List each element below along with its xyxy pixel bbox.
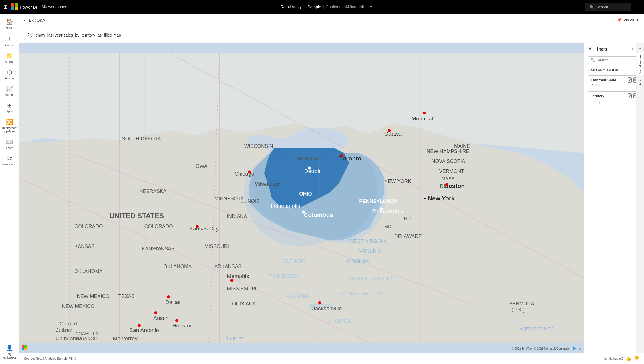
sidebar-item-deployment[interactable]: 🔀 Deployment pipelines <box>0 116 19 136</box>
create-icon: ＋ <box>7 35 13 43</box>
sidebar-item-metrics[interactable]: 📈 Metrics <box>0 83 19 99</box>
svg-text:San Antonio: San Antonio <box>129 327 159 333</box>
title-chevron-icon[interactable]: ▾ <box>370 5 372 9</box>
svg-point-92 <box>167 295 170 299</box>
svg-point-28 <box>423 112 426 115</box>
sidebar-item-apps[interactable]: ⊞ Apps <box>0 100 19 116</box>
svg-text:OHIO: OHIO <box>299 191 312 197</box>
sidebar-item-my-workspace[interactable]: 👤 My workspace <box>0 342 19 362</box>
svg-rect-117 <box>22 348 24 350</box>
svg-rect-0 <box>11 3 14 7</box>
qa-input-box[interactable]: 💬 show last year sales by territory as f… <box>24 30 639 40</box>
bing-logo-icon <box>22 345 33 350</box>
sidebar-label-home: Home <box>6 26 13 30</box>
qa-query-by: by <box>75 33 79 37</box>
sidebar-label-workspaces: Workspaces <box>2 163 17 166</box>
svg-point-98 <box>175 319 178 322</box>
qa-query-term2: territory <box>82 33 95 37</box>
svg-text:R.I.: R.I. <box>440 184 447 189</box>
sidebar-item-browse[interactable]: 📁 Browse <box>0 50 19 66</box>
svg-text:NEBRASKA: NEBRASKA <box>139 188 167 194</box>
svg-text:KANSAS: KANSAS <box>154 246 175 252</box>
pin-visual-button[interactable]: 📌 Pin visual <box>617 18 639 22</box>
exit-qa-label: Exit Q&A <box>29 18 45 23</box>
svg-text:WEST VIRGINIA: WEST VIRGINIA <box>349 238 387 244</box>
svg-rect-115 <box>22 345 24 348</box>
sidebar-item-create[interactable]: ＋ Create <box>0 33 19 49</box>
svg-text:IOWA: IOWA <box>194 163 208 169</box>
svg-text:KENTUCKY: KENTUCKY <box>279 258 307 264</box>
report-title: Retail Analysis Sample <box>281 5 321 9</box>
svg-text:INDIANA: INDIANA <box>227 214 247 219</box>
filters-title: Filters <box>595 47 630 51</box>
svg-text:MISSOURI: MISSOURI <box>204 244 229 249</box>
svg-text:ALABAMA: ALABAMA <box>287 293 310 299</box>
sidebar-item-datahub[interactable]: ⬡ Data hub <box>0 67 19 83</box>
svg-text:Houston: Houston <box>172 323 193 329</box>
svg-text:FLORIDA: FLORIDA <box>329 318 351 324</box>
filter-chevron-button-1[interactable]: ∨ <box>628 77 632 83</box>
svg-text:LOUISIANA: LOUISIANA <box>229 301 256 307</box>
bottom-bar: Source: Retail Analysis Sample PBIX Is t… <box>19 353 644 364</box>
map-attribution: © 2022 TomTom, © 2023 Microsoft Corporat… <box>512 347 581 350</box>
pin-visual-label: Pin visual <box>623 18 639 22</box>
svg-text:Monterrey: Monterrey <box>113 335 138 341</box>
svg-text:Memphis: Memphis <box>227 273 249 279</box>
svg-text:(U.K.): (U.K.) <box>512 307 525 313</box>
svg-text:• New York: • New York <box>424 195 455 202</box>
home-icon: 🏠 <box>6 18 13 25</box>
workspaces-icon: 🗂 <box>7 155 13 162</box>
map-logo <box>22 345 33 350</box>
thumbs-down-button[interactable]: 👎 <box>634 356 639 361</box>
sidebar-item-workspaces[interactable]: 🗂 Workspaces <box>0 153 19 168</box>
svg-text:UNITED STATES: UNITED STATES <box>109 212 164 220</box>
sidebar-item-home[interactable]: 🏠 Home <box>0 16 19 32</box>
qa-bubble-icon: 💬 <box>28 32 33 38</box>
sidebar-item-learn[interactable]: 📖 Learn <box>0 136 19 152</box>
workspace-label[interactable]: My workspace <box>42 5 67 9</box>
map-svg: Montreal Ottawa NOVA SCOTIA MAINE NEW HA… <box>19 43 584 353</box>
sidebar-label-metrics: Metrics <box>5 93 14 97</box>
sidebar-label-browse: Browse <box>5 60 14 64</box>
svg-text:OKLAHOMA: OKLAHOMA <box>163 264 192 269</box>
filters-panel: ▼ Filters › « » 🔍 Filters on this visual <box>584 43 644 353</box>
svg-text:Sargasso Sea: Sargasso Sea <box>519 325 554 331</box>
search-label: Search <box>596 5 608 9</box>
svg-text:Jacksonville: Jacksonville <box>312 305 342 311</box>
grid-icon[interactable]: ⊞ <box>3 4 8 10</box>
collapse-panel-button[interactable]: « <box>638 45 642 51</box>
search-icon: 🔍 <box>589 5 594 9</box>
more-options-icon[interactable]: ⋯ <box>635 4 641 10</box>
svg-text:VERMONT: VERMONT <box>439 168 464 174</box>
map-terms-link[interactable]: Terms <box>573 347 581 350</box>
learn-icon: 📖 <box>6 138 13 145</box>
filter-icon: ▼ <box>588 46 592 51</box>
datahub-icon: ⬡ <box>7 69 12 76</box>
tab-visualizations[interactable]: Visualizations <box>637 52 643 76</box>
svg-text:Montreal: Montreal <box>412 116 433 122</box>
map-container[interactable]: Montreal Ottawa NOVA SCOTIA MAINE NEW HA… <box>19 43 584 353</box>
metrics-icon: 📈 <box>6 85 13 92</box>
filter-chevron-button-2[interactable]: ∨ <box>628 93 632 98</box>
thumbs-up-button[interactable]: 👍 <box>626 356 631 361</box>
svg-text:Gulf of: Gulf of <box>227 335 243 341</box>
svg-text:NEW MEXICO: NEW MEXICO <box>77 293 110 299</box>
svg-point-62 <box>380 208 383 211</box>
sidebar: 🏠 Home ＋ Create 📁 Browse ⬡ Data hub 📈 Me… <box>0 14 19 364</box>
filters-expand-button[interactable]: › <box>632 47 633 51</box>
tab-data[interactable]: Data <box>637 77 643 89</box>
svg-text:Columbus: Columbus <box>304 212 333 218</box>
qa-query-as: as <box>97 33 102 37</box>
source-label: Source: Retail Analysis Sample PBIX <box>24 357 76 360</box>
back-button[interactable]: ‹ <box>24 18 25 23</box>
svg-text:Milwaukee: Milwaukee <box>254 181 280 187</box>
back-icon: ‹ <box>24 18 25 23</box>
filters-on-visual-text: Filters on this visual <box>588 68 618 72</box>
svg-text:OKLAHOMA: OKLAHOMA <box>75 268 103 274</box>
svg-point-100 <box>230 279 234 282</box>
svg-text:KANSAS: KANSAS <box>75 244 95 249</box>
search-button[interactable]: 🔍 Search <box>585 3 631 11</box>
filter-value-territory: is (All) <box>591 99 637 103</box>
filter-item-header: Last Year Sales ∨ ✏ <box>591 77 637 83</box>
svg-text:WISCONSIN: WISCONSIN <box>244 143 273 149</box>
